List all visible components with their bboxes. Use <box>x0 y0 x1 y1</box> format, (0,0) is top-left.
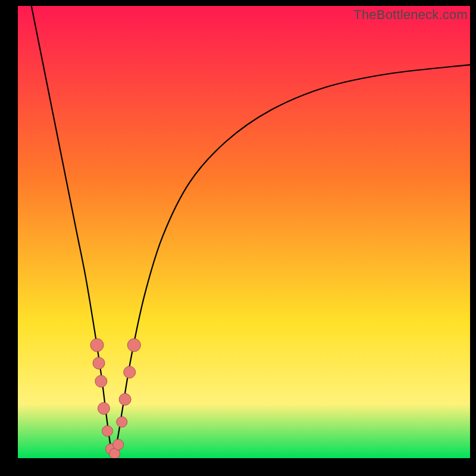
data-point <box>102 425 112 436</box>
chart-svg <box>18 6 470 458</box>
chart-frame: TheBottleneck.com <box>0 0 476 476</box>
data-point <box>93 357 105 369</box>
data-point <box>95 375 107 387</box>
data-point <box>127 339 140 352</box>
data-point <box>98 402 109 414</box>
chart-plot <box>18 6 470 458</box>
data-point <box>117 416 127 427</box>
data-point <box>90 339 104 352</box>
data-point <box>119 393 131 405</box>
gradient-background <box>18 6 470 458</box>
data-point <box>113 439 124 450</box>
data-point <box>124 367 136 378</box>
